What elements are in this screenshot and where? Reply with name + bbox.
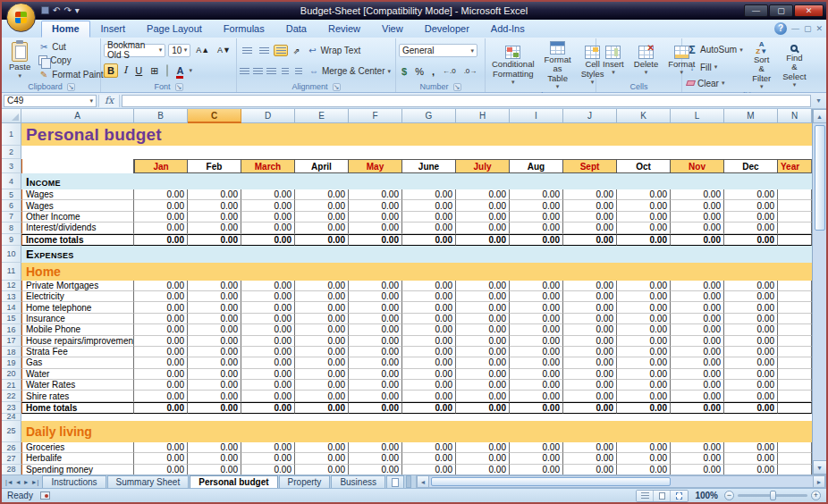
value-cell-r20-c8[interactable]: 0.00 xyxy=(456,369,510,380)
value-cell-r21-c2[interactable]: 0.00 xyxy=(134,380,188,391)
value-cell-r22-c7[interactable]: 0.00 xyxy=(402,391,456,401)
month-cell-july[interactable]: July xyxy=(456,159,510,173)
value-cell-r18-c5[interactable]: 0.00 xyxy=(295,347,349,357)
value-cell-r27-c10[interactable]: 0.00 xyxy=(563,453,617,464)
value-cell-r18-c6[interactable]: 0.00 xyxy=(349,347,402,357)
value-cell-r9-c2[interactable]: 0.00 xyxy=(134,234,188,246)
value-cell-r7-c9[interactable]: 0.00 xyxy=(510,212,563,223)
workbook-minimize-button[interactable]: — xyxy=(791,24,799,33)
value-cell-r9-c4[interactable]: 0.00 xyxy=(241,234,295,246)
label-cell-9[interactable]: Income totals xyxy=(21,234,134,246)
label-cell-27[interactable]: Herbalife xyxy=(21,453,134,464)
value-cell-r28-c9[interactable]: 0.00 xyxy=(510,465,563,475)
month-cell-march[interactable]: March xyxy=(241,159,295,173)
column-header-H[interactable]: H xyxy=(456,109,510,123)
value-cell-r23-c6[interactable]: 0.00 xyxy=(349,402,402,414)
label-cell-20[interactable]: Water xyxy=(21,369,134,380)
value-cell-r17-c9[interactable]: 0.00 xyxy=(510,336,563,347)
value-cell-r14-c11[interactable]: 0.00 xyxy=(617,302,671,313)
value-cell-r15-c13[interactable]: 0.00 xyxy=(724,314,778,324)
value-cell-r15-c4[interactable]: 0.00 xyxy=(241,314,295,324)
value-cell-r26-c4[interactable]: 0.00 xyxy=(241,442,295,453)
value-cell-r14-c9[interactable]: 0.00 xyxy=(510,302,563,313)
year-value-cell-14[interactable] xyxy=(778,302,812,313)
scroll-down-button[interactable]: ▼ xyxy=(813,460,827,475)
value-cell-r16-c2[interactable]: 0.00 xyxy=(134,324,188,335)
row-header-26[interactable]: 26 xyxy=(2,442,21,453)
vertical-scroll-thumb[interactable] xyxy=(815,125,825,231)
value-cell-r5-c6[interactable]: 0.00 xyxy=(349,189,402,200)
value-cell-r8-c9[interactable]: 0.00 xyxy=(510,223,563,233)
tab-insert[interactable]: Insert xyxy=(90,21,137,38)
value-cell-r15-c11[interactable]: 0.00 xyxy=(617,314,671,324)
label-cell-12[interactable]: Private Mortgages xyxy=(21,281,134,291)
paste-button[interactable]: Paste ▾ xyxy=(5,40,34,81)
tab-developer[interactable]: Developer xyxy=(414,21,480,38)
row-header-16[interactable]: 16 xyxy=(2,324,21,335)
value-cell-r17-c6[interactable]: 0.00 xyxy=(349,336,402,347)
value-cell-r23-c8[interactable]: 0.00 xyxy=(456,402,510,414)
column-header-C[interactable]: C xyxy=(188,109,241,123)
value-cell-r14-c3[interactable]: 0.00 xyxy=(188,302,241,313)
value-cell-r14-c8[interactable]: 0.00 xyxy=(456,302,510,313)
value-cell-r6-c12[interactable]: 0.00 xyxy=(671,200,724,211)
sheet-tab-business[interactable]: Business xyxy=(331,475,385,488)
value-cell-r28-c12[interactable]: 0.00 xyxy=(671,465,724,475)
value-cell-r20-c2[interactable]: 0.00 xyxy=(134,369,188,380)
row-header-19[interactable]: 19 xyxy=(2,357,21,368)
year-value-cell-21[interactable] xyxy=(778,380,812,391)
value-cell-r20-c4[interactable]: 0.00 xyxy=(241,369,295,380)
value-cell-r27-c12[interactable]: 0.00 xyxy=(671,453,724,464)
value-cell-r14-c10[interactable]: 0.00 xyxy=(563,302,617,313)
value-cell-r12-c10[interactable]: 0.00 xyxy=(563,281,617,291)
value-cell-r15-c9[interactable]: 0.00 xyxy=(510,314,563,324)
value-cell-r17-c2[interactable]: 0.00 xyxy=(134,336,188,347)
tab-add-ins[interactable]: Add-Ins xyxy=(480,21,536,38)
value-cell-r13-c2[interactable]: 0.00 xyxy=(134,291,188,302)
sheet-tab-personal-budget[interactable]: Personal budget xyxy=(190,475,277,488)
zoom-out-button[interactable]: − xyxy=(724,491,734,500)
label-cell-26[interactable]: Groceries xyxy=(21,442,134,453)
value-cell-r16-c8[interactable]: 0.00 xyxy=(456,324,510,335)
vertical-scrollbar[interactable]: ▲ ▼ xyxy=(812,109,826,475)
value-cell-r16-c4[interactable]: 0.00 xyxy=(241,324,295,335)
value-cell-r5-c10[interactable]: 0.00 xyxy=(563,189,617,200)
value-cell-r22-c13[interactable]: 0.00 xyxy=(724,391,778,401)
office-button[interactable] xyxy=(6,3,36,32)
value-cell-r9-c7[interactable]: 0.00 xyxy=(402,234,456,246)
value-cell-r23-c10[interactable]: 0.00 xyxy=(563,402,617,414)
row-header-24[interactable]: 24 xyxy=(2,414,21,421)
value-cell-r14-c5[interactable]: 0.00 xyxy=(295,302,349,313)
value-cell-r7-c10[interactable]: 0.00 xyxy=(563,212,617,223)
value-cell-r23-c11[interactable]: 0.00 xyxy=(617,402,671,414)
section-cell-25[interactable]: Daily living xyxy=(21,421,812,442)
value-cell-r28-c3[interactable]: 0.00 xyxy=(188,465,241,475)
row-header-1[interactable]: 1 xyxy=(2,123,21,146)
formula-input[interactable] xyxy=(122,95,811,107)
value-cell-r5-c8[interactable]: 0.00 xyxy=(456,189,510,200)
value-cell-r26-c13[interactable]: 0.00 xyxy=(724,442,778,453)
value-cell-r8-c2[interactable]: 0.00 xyxy=(134,223,188,233)
value-cell-r8-c3[interactable]: 0.00 xyxy=(188,223,241,233)
value-cell-r13-c5[interactable]: 0.00 xyxy=(295,291,349,302)
value-cell-r6-c6[interactable]: 0.00 xyxy=(349,200,402,211)
align-left-button[interactable] xyxy=(240,65,250,77)
value-cell-r22-c5[interactable]: 0.00 xyxy=(295,391,349,401)
value-cell-r18-c4[interactable]: 0.00 xyxy=(241,347,295,357)
wrap-text-button[interactable]: ↩Wrap Text xyxy=(306,46,363,55)
insert-worksheet-button[interactable] xyxy=(386,475,404,488)
name-box[interactable]: C49▾ xyxy=(4,95,97,107)
year-value-cell-7[interactable] xyxy=(778,212,812,223)
orientation-button[interactable]: ⇗ xyxy=(291,45,303,57)
value-cell-r13-c4[interactable]: 0.00 xyxy=(241,291,295,302)
clear-button[interactable]: Clear▾ xyxy=(685,79,745,88)
year-value-cell-8[interactable] xyxy=(778,223,812,233)
value-cell-r26-c9[interactable]: 0.00 xyxy=(510,442,563,453)
value-cell-r6-c4[interactable]: 0.00 xyxy=(241,200,295,211)
year-value-cell-19[interactable] xyxy=(778,357,812,368)
value-cell-r19-c11[interactable]: 0.00 xyxy=(617,357,671,368)
value-cell-r16-c7[interactable]: 0.00 xyxy=(402,324,456,335)
year-value-cell-26[interactable] xyxy=(778,442,812,453)
value-cell-r8-c13[interactable]: 0.00 xyxy=(724,223,778,233)
value-cell-r20-c7[interactable]: 0.00 xyxy=(402,369,456,380)
